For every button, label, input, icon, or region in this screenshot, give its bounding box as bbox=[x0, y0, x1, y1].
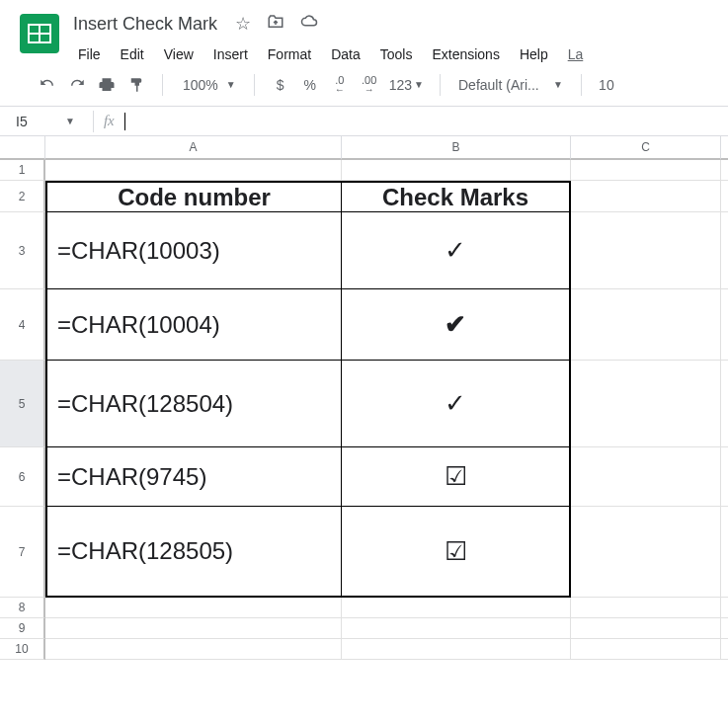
cell[interactable] bbox=[721, 289, 728, 361]
cell-value: ☑ bbox=[342, 507, 569, 596]
star-icon[interactable]: ☆ bbox=[235, 13, 251, 36]
cell[interactable]: ✓ bbox=[342, 212, 571, 289]
column-header-A[interactable]: A bbox=[45, 136, 342, 160]
print-button[interactable] bbox=[95, 72, 119, 98]
menu-data[interactable]: Data bbox=[322, 42, 369, 66]
row-header[interactable]: 8 bbox=[0, 598, 45, 618]
font-select[interactable]: Default (Ari... ▼ bbox=[454, 77, 567, 93]
cell[interactable]: =CHAR(128504) bbox=[45, 361, 342, 447]
cell-value: =CHAR(128505) bbox=[47, 507, 341, 596]
cell[interactable] bbox=[342, 639, 571, 660]
paint-format-button[interactable] bbox=[124, 72, 148, 98]
cell[interactable]: ✔ bbox=[342, 289, 571, 361]
font-name: Default (Ari... bbox=[458, 77, 547, 93]
cell[interactable] bbox=[721, 639, 728, 660]
menu-file[interactable]: File bbox=[69, 42, 110, 66]
font-size-input[interactable]: 10 bbox=[596, 77, 617, 93]
cell[interactable] bbox=[721, 447, 728, 507]
cell[interactable] bbox=[721, 181, 728, 212]
formula-input[interactable] bbox=[124, 113, 125, 130]
menu-edit[interactable]: Edit bbox=[112, 42, 153, 66]
menu-last[interactable]: La bbox=[559, 42, 593, 66]
cell[interactable] bbox=[571, 361, 721, 447]
cell[interactable]: Check Marks bbox=[342, 181, 571, 212]
cell[interactable] bbox=[721, 361, 728, 447]
cell-value: ✔ bbox=[342, 289, 569, 360]
cell[interactable]: Code number bbox=[45, 181, 342, 212]
cloud-status-icon[interactable] bbox=[300, 13, 318, 36]
cell[interactable]: =CHAR(128505) bbox=[45, 507, 342, 598]
toolbar: 100% ▼ $ % .0← .00→ 123▼ Default (Ari...… bbox=[0, 63, 728, 107]
select-all-corner[interactable] bbox=[0, 136, 45, 160]
cell[interactable]: ✓ bbox=[342, 361, 571, 447]
table-header-code: Code number bbox=[47, 183, 341, 211]
cell[interactable]: ☑ bbox=[342, 507, 571, 598]
cell[interactable]: =CHAR(9745) bbox=[45, 447, 342, 507]
cell[interactable] bbox=[45, 639, 342, 660]
cell[interactable] bbox=[571, 447, 721, 507]
format-currency-button[interactable]: $ bbox=[269, 72, 292, 98]
cell[interactable]: =CHAR(10004) bbox=[45, 289, 342, 361]
cell[interactable] bbox=[571, 639, 721, 660]
cell[interactable] bbox=[342, 618, 571, 639]
cell[interactable] bbox=[721, 160, 728, 181]
cell[interactable] bbox=[721, 618, 728, 639]
cell[interactable] bbox=[571, 212, 721, 289]
cell-value: ☑ bbox=[342, 447, 569, 506]
sheets-app-icon[interactable] bbox=[20, 14, 59, 53]
menu-bar: File Edit View Insert Format Data Tools … bbox=[69, 37, 592, 66]
cell[interactable] bbox=[45, 598, 342, 618]
cell-value: ✓ bbox=[342, 212, 569, 288]
fx-icon: fx bbox=[94, 113, 124, 129]
undo-button[interactable] bbox=[36, 72, 59, 98]
increase-decimal-button[interactable]: .00→ bbox=[358, 72, 381, 98]
cell[interactable] bbox=[571, 160, 721, 181]
name-box[interactable]: I5 bbox=[0, 114, 59, 129]
spreadsheet-grid[interactable]: A B C 1 2 Code number Check Marks 3 =CHA… bbox=[0, 136, 728, 660]
cell[interactable] bbox=[571, 507, 721, 598]
move-icon[interactable] bbox=[267, 13, 284, 36]
row-header[interactable]: 1 bbox=[0, 160, 45, 181]
more-formats-button[interactable]: 123▼ bbox=[387, 72, 426, 98]
row-header[interactable]: 2 bbox=[0, 181, 45, 212]
cell[interactable] bbox=[342, 160, 571, 181]
cell[interactable]: ☑ bbox=[342, 447, 571, 507]
menu-extensions[interactable]: Extensions bbox=[423, 42, 508, 66]
cell[interactable]: =CHAR(10003) bbox=[45, 212, 342, 289]
cell[interactable] bbox=[721, 507, 728, 598]
row-header[interactable]: 7 bbox=[0, 507, 45, 598]
menu-view[interactable]: View bbox=[155, 42, 202, 66]
column-header-D[interactable] bbox=[721, 136, 728, 160]
cell-value: ✓ bbox=[342, 361, 569, 446]
row-header[interactable]: 4 bbox=[0, 289, 45, 361]
decrease-decimal-button[interactable]: .0← bbox=[328, 72, 352, 98]
row-header[interactable]: 9 bbox=[0, 618, 45, 639]
redo-button[interactable] bbox=[65, 72, 89, 98]
document-title[interactable]: Insert Check Mark bbox=[69, 12, 221, 37]
cell[interactable] bbox=[571, 618, 721, 639]
cell[interactable] bbox=[721, 212, 728, 289]
cell[interactable] bbox=[571, 289, 721, 361]
cell-value: =CHAR(10004) bbox=[47, 289, 341, 360]
menu-help[interactable]: Help bbox=[511, 42, 557, 66]
table-header-marks: Check Marks bbox=[342, 183, 569, 211]
row-header[interactable]: 3 bbox=[0, 212, 45, 289]
cell[interactable] bbox=[45, 160, 342, 181]
row-header[interactable]: 6 bbox=[0, 447, 45, 507]
zoom-select[interactable]: 100% ▼ bbox=[177, 77, 240, 93]
menu-insert[interactable]: Insert bbox=[204, 42, 257, 66]
column-header-B[interactable]: B bbox=[342, 136, 571, 160]
cell[interactable] bbox=[571, 181, 721, 212]
menu-tools[interactable]: Tools bbox=[371, 42, 422, 66]
cell[interactable] bbox=[45, 618, 342, 639]
row-header[interactable]: 5 bbox=[0, 361, 45, 447]
row-header[interactable]: 10 bbox=[0, 639, 45, 660]
cell[interactable] bbox=[721, 598, 728, 618]
zoom-value: 100% bbox=[181, 77, 220, 93]
cell[interactable] bbox=[342, 598, 571, 618]
cell[interactable] bbox=[571, 598, 721, 618]
chevron-down-icon[interactable]: ▼ bbox=[59, 116, 93, 126]
menu-format[interactable]: Format bbox=[259, 42, 320, 66]
format-percent-button[interactable]: % bbox=[298, 72, 322, 98]
column-header-C[interactable]: C bbox=[571, 136, 721, 160]
